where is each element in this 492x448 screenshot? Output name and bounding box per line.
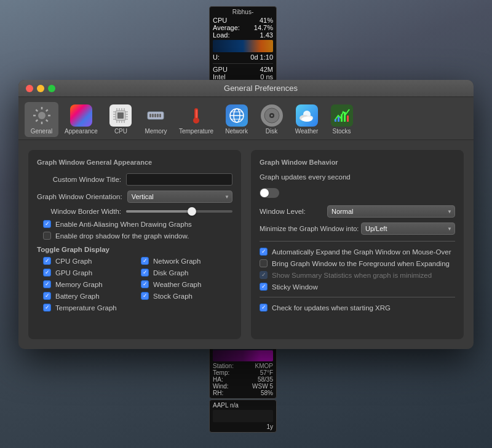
preferences-dialog: General Preferences General Appearance: [18, 80, 474, 349]
minimize-select-wrapper: Up/Left Up/Right Down/Left Down/Right: [361, 222, 455, 235]
dialog-title: General Preferences: [55, 84, 466, 93]
stock-graph-checkbox[interactable]: ✓: [141, 292, 149, 300]
left-panel: Graph Window General Appearance Custom W…: [28, 150, 241, 339]
u-label: U:: [213, 53, 220, 61]
auto-expand-row: ✓ Automatically Expand the Graph Window …: [260, 248, 455, 256]
traffic-lights: [26, 85, 55, 92]
sticky-checkbox[interactable]: ✓: [260, 283, 268, 291]
minimize-select[interactable]: Up/Left Up/Right Down/Left Down/Right: [361, 222, 455, 235]
toolbar-item-temperature[interactable]: Temperature: [174, 102, 218, 137]
svg-rect-27: [196, 109, 197, 118]
rh-label: RH:: [213, 390, 223, 396]
network-graph-row: ✓ Network Graph: [135, 257, 232, 265]
toolbar-item-network[interactable]: Network: [220, 102, 253, 137]
check-updates-checkbox[interactable]: ✓: [260, 304, 268, 312]
toolbar-item-general[interactable]: General: [25, 102, 58, 137]
gpu-label: GPU: [213, 66, 228, 73]
general-icon: [31, 104, 53, 127]
stock-graph-label: Stock Graph: [153, 293, 192, 300]
toolbar-item-cpu[interactable]: CPU: [104, 102, 138, 137]
svg-point-39: [301, 117, 312, 122]
left-panel-title: Graph Window General Appearance: [37, 159, 232, 166]
svg-rect-2: [117, 112, 124, 119]
network-label: Network: [225, 128, 248, 135]
svg-point-35: [271, 115, 272, 117]
svg-rect-24: [159, 114, 161, 117]
orientation-select[interactable]: Vertical Horizontal: [127, 191, 232, 203]
show-summary-checkbox[interactable]: ✓: [260, 271, 268, 279]
wind-label: Wind:: [213, 383, 229, 390]
svg-rect-41: [338, 117, 339, 122]
svg-point-0: [38, 112, 46, 119]
disk-icon: [261, 104, 283, 127]
separator-2: [260, 297, 455, 297]
battery-graph-label: Battery Graph: [55, 293, 100, 300]
disk-label: Disk: [266, 128, 277, 135]
drop-shadow-label: Enable drop shadow for the graph window.: [55, 232, 189, 240]
appearance-icon: [70, 104, 92, 127]
network-icon: [226, 104, 248, 127]
window-level-select[interactable]: Normal Floating Desktop: [327, 205, 455, 218]
toolbar: General Appearance: [18, 97, 474, 140]
battery-graph-row: ✓ Battery Graph: [37, 292, 135, 300]
custom-title-label: Custom Window Title:: [37, 176, 126, 183]
toolbar-item-weather[interactable]: Weather: [290, 102, 323, 137]
svg-rect-21: [152, 114, 154, 117]
graph-updates-label: Graph updates every second: [260, 173, 351, 181]
toolbar-item-memory[interactable]: Memory: [139, 102, 173, 137]
average-label: Average:: [213, 24, 240, 31]
cpu-widget: Ribhus- CPU 41% Average: 14.7% Load: 1.4…: [209, 6, 277, 83]
temperature-label: Temperature: [179, 128, 213, 135]
drop-shadow-checkbox[interactable]: [43, 232, 51, 240]
ha-value: 58/35: [258, 376, 273, 383]
temp-label: Temp:: [213, 369, 229, 376]
svg-rect-20: [149, 114, 151, 117]
memory-graph-checkbox[interactable]: ✓: [43, 280, 51, 288]
auto-expand-checkbox[interactable]: ✓: [260, 248, 268, 256]
cpu-label: CPU: [213, 17, 227, 24]
anti-alias-label: Enable Anti-Aliasing When Drawing Graphs: [55, 221, 192, 228]
border-width-slider[interactable]: [126, 210, 232, 213]
stocks-label: Stocks: [333, 128, 351, 135]
col2: ✓ Network Graph ✓ Disk Graph ✓ Weather G…: [135, 257, 232, 315]
cpu-graph-checkbox[interactable]: ✓: [43, 257, 51, 265]
svg-rect-43: [344, 112, 346, 122]
svg-rect-40: [335, 119, 336, 122]
close-button[interactable]: [26, 85, 33, 92]
svg-rect-22: [154, 114, 156, 117]
weather-graph-checkbox[interactable]: ✓: [141, 280, 149, 288]
u-value: 0d 1:10: [250, 53, 273, 61]
wind-value: WSW 5: [252, 383, 273, 390]
toolbar-item-disk[interactable]: Disk: [255, 102, 288, 137]
minimize-button[interactable]: [37, 85, 44, 92]
memory-label: Memory: [145, 128, 167, 135]
disk-graph-checkbox[interactable]: ✓: [141, 269, 149, 277]
weather-label: Weather: [295, 128, 319, 135]
zoom-button[interactable]: [48, 85, 55, 92]
temperature-graph-checkbox[interactable]: ✓: [43, 304, 51, 312]
svg-rect-44: [347, 116, 349, 122]
battery-graph-checkbox[interactable]: ✓: [43, 292, 51, 300]
weather-icon: [296, 104, 318, 127]
graph-updates-toggle[interactable]: [260, 188, 279, 198]
anti-alias-checkbox[interactable]: ✓: [43, 220, 51, 228]
gpu-graph-checkbox[interactable]: ✓: [43, 269, 51, 277]
weather-graph-label: Weather Graph: [153, 281, 201, 288]
network-graph-checkbox[interactable]: ✓: [141, 257, 149, 265]
toolbar-item-appearance[interactable]: Appearance: [60, 102, 103, 137]
orientation-select-wrapper: Vertical Horizontal: [127, 191, 232, 203]
stock-graph-row: ✓ Stock Graph: [135, 292, 232, 300]
memory-graph-label: Memory Graph: [55, 281, 103, 288]
right-panel-title: Graph Window Behavior: [260, 159, 455, 166]
orientation-label: Graph Window Orientation:: [37, 193, 127, 200]
temperature-graph-row: ✓ Temperature Graph: [37, 304, 135, 312]
cpu-graph-label: CPU Graph: [55, 257, 92, 265]
timeframe: 1y: [266, 423, 273, 430]
custom-title-input[interactable]: [126, 173, 232, 186]
show-summary-label: Show Summary Statistics when graph is mi…: [272, 272, 432, 279]
toggle-grid: ✓ CPU Graph ✓ GPU Graph ✓ Memory Graph ✓…: [37, 257, 232, 315]
bring-fg-checkbox[interactable]: [260, 259, 268, 267]
toolbar-item-stocks[interactable]: Stocks: [325, 102, 359, 137]
svg-rect-23: [157, 114, 159, 117]
stocks-widget: AAPL n/a 1y: [209, 399, 277, 433]
